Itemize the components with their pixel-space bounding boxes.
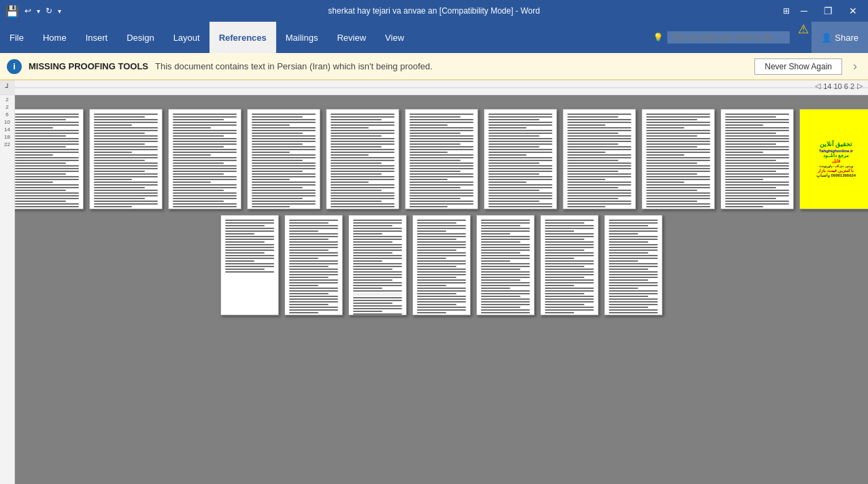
zoom-value: 14 10 6 2 <box>823 82 854 90</box>
tab-file[interactable]: File <box>0 22 33 53</box>
page-lines <box>646 114 710 209</box>
page-lines <box>567 114 631 209</box>
tab-view[interactable]: View <box>375 22 414 53</box>
page-lines <box>725 114 789 209</box>
page-thumb[interactable] <box>604 215 663 315</box>
notification-title: MISSING PROOFING TOOLS <box>29 61 148 71</box>
vertical-ruler: 2 2 6 10 14 18 22 <box>0 95 15 484</box>
pages-row-1: تحقیق آنلاین Tahghighonline.ir مرجع دانل… <box>15 109 868 209</box>
ribbon-search-input[interactable] <box>667 31 790 44</box>
pages-row-2 <box>220 215 663 315</box>
ruler-top <box>15 80 868 94</box>
page-thumb[interactable] <box>247 109 320 209</box>
tab-layout[interactable]: Layout <box>164 22 210 53</box>
page-lines <box>353 220 402 315</box>
page-lines <box>410 114 473 209</box>
page-thumb[interactable] <box>563 109 636 209</box>
ruler-corner-icon: ┘ <box>5 84 10 91</box>
ad-file: فایل <box>832 158 840 164</box>
page-lines <box>15 114 79 209</box>
tab-insert[interactable]: Insert <box>76 22 118 53</box>
search-light-icon: 💡 <box>653 33 663 42</box>
ad-phone: 09981366624 واتساپ <box>816 173 856 177</box>
restore-button[interactable]: ❐ <box>818 4 838 18</box>
notification-message: This document contains text in Persian (… <box>155 61 433 71</box>
notification-icon: i <box>7 59 22 74</box>
page-lines <box>488 114 552 209</box>
page-thumb[interactable] <box>168 109 241 209</box>
page-lines <box>545 220 594 315</box>
tab-mailings[interactable]: Mailings <box>276 22 328 53</box>
undo-icon[interactable]: ↩ <box>24 6 31 16</box>
page-thumb[interactable] <box>641 109 715 209</box>
tab-design[interactable]: Design <box>117 22 163 53</box>
page-thumb[interactable] <box>720 109 794 209</box>
document-area[interactable]: تحقیق آنلاین Tahghighonline.ir مرجع دانل… <box>15 95 868 484</box>
page-thumb[interactable] <box>412 215 471 315</box>
title-bar-left: 💾 ↩ ▾ ↻ ▾ <box>5 5 61 18</box>
tab-references[interactable]: References <box>210 22 276 53</box>
page-thumb[interactable] <box>484 109 557 209</box>
page-lines <box>417 220 466 315</box>
ruler-corner: ┘ <box>0 80 15 94</box>
page-thumb[interactable] <box>15 109 84 209</box>
more-icon[interactable]: ▾ <box>58 7 61 15</box>
tab-home[interactable]: Home <box>33 22 76 53</box>
page-thumb[interactable] <box>405 109 478 209</box>
page-lines <box>609 220 658 315</box>
share-label: Share <box>835 33 858 43</box>
page-thumb[interactable] <box>476 215 535 315</box>
zoom-controls: ◁ 14 10 6 2 ▷ <box>809 80 868 92</box>
page-lines <box>481 220 530 315</box>
never-show-again-button[interactable]: Never Show Again <box>754 58 842 75</box>
page-lines <box>94 114 158 209</box>
page-lines <box>173 114 237 209</box>
ad-title: تحقیق آنلاین <box>820 141 853 148</box>
tab-review[interactable]: Review <box>327 22 375 53</box>
title-bar-controls: ⊞ ─ ❐ ✕ <box>783 4 863 18</box>
notification-bar: i MISSING PROOFING TOOLS This document c… <box>0 53 868 80</box>
page-lines <box>331 114 395 209</box>
title-bar: 💾 ↩ ▾ ↻ ▾ sherkat hay tejari va anvae an… <box>0 0 868 22</box>
zoom-increase-icon[interactable]: ▷ <box>857 82 863 90</box>
undo-dropdown-icon[interactable]: ▾ <box>37 7 40 15</box>
page-lines <box>289 220 338 315</box>
ad-page[interactable]: تحقیق آنلاین Tahghighonline.ir مرجع دانل… <box>799 109 868 209</box>
page-thumb[interactable] <box>348 215 407 315</box>
window-icon[interactable]: ⊞ <box>783 6 790 16</box>
ribbon-search-area: 💡 <box>645 22 798 53</box>
ad-download: مرجع دانلــود <box>823 153 849 158</box>
page-lines <box>225 220 274 301</box>
main-area: 2 2 6 10 14 18 22 <box>0 95 868 484</box>
page-thumb[interactable] <box>540 215 599 315</box>
ad-price: با کمترین قیمت بازار <box>818 168 854 173</box>
horizontal-ruler: ┘ ◁ 14 10 6 2 ▷ <box>0 80 868 95</box>
ribbon: File Home Insert Design Layout Reference… <box>0 22 868 53</box>
notification-close-button[interactable]: › <box>849 59 861 73</box>
page-lines <box>252 114 316 209</box>
save-icon[interactable]: 💾 <box>5 5 19 18</box>
minimize-button[interactable]: ─ <box>795 4 813 18</box>
redo-icon[interactable]: ↻ <box>46 6 52 16</box>
pages-container: تحقیق آنلاین Tahghighonline.ir مرجع دانل… <box>29 109 854 315</box>
share-button[interactable]: 👤 Share <box>812 22 868 53</box>
warning-icon: ⚠ <box>798 22 809 53</box>
zoom-decrease-icon[interactable]: ◁ <box>815 82 820 90</box>
page-thumb[interactable] <box>220 215 279 315</box>
page-thumb[interactable] <box>326 109 399 209</box>
share-icon: 👤 <box>821 33 832 43</box>
page-thumb[interactable] <box>89 109 163 209</box>
title-bar-title: sherkat hay tejari va anvae an [Compatib… <box>328 6 539 16</box>
close-button[interactable]: ✕ <box>844 4 863 18</box>
page-thumb[interactable] <box>284 215 343 315</box>
